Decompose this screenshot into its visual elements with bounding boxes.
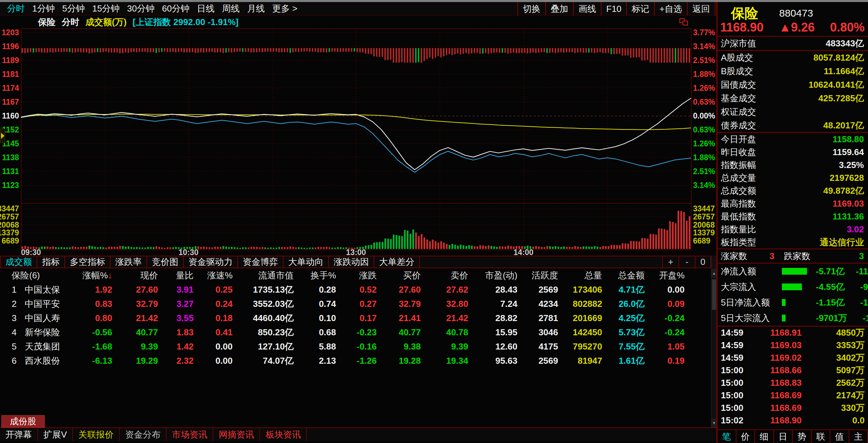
overlay-volume-tick — [396, 48, 397, 63]
panel-tab-势[interactable]: 势 — [793, 430, 812, 443]
column-header-涨速%[interactable]: 涨速% — [198, 270, 237, 281]
column-header-总金额[interactable]: 总金额 — [607, 270, 649, 281]
column-header-活跃度[interactable]: 活跃度 — [522, 270, 563, 281]
column-header-量比[interactable]: 量比 — [163, 270, 198, 281]
toolbar-button-+自选[interactable]: +自选 — [654, 2, 687, 16]
overlay-volume-tick — [586, 48, 587, 53]
toolbar-button-切换[interactable]: 切换 — [517, 2, 545, 16]
table-scrollbar[interactable]: ▲ ▼ — [711, 256, 716, 427]
chart-indicator-label[interactable]: 成交额(万) — [85, 16, 126, 28]
pct-axis-label: 3.14% — [693, 42, 715, 51]
column-header-涨幅%[interactable]: 涨幅%↓ — [75, 270, 117, 281]
toolbar-button-画线[interactable]: 画线 — [573, 2, 601, 16]
overlay-volume-tick — [66, 48, 67, 52]
turnover-label: 权证成交 — [721, 106, 756, 118]
chart-zoom-button-+[interactable]: + — [662, 256, 678, 268]
bottom-bar-item-开弹幕[interactable]: 开弹幕 — [0, 428, 38, 441]
intraday-chart[interactable]: 12033.77%11963.14%11892.51%11811.88%1174… — [0, 16, 716, 256]
table-cell: 74.07亿 — [237, 355, 298, 367]
table-row[interactable]: 6西水股份-6.1319.292.320.0074.07亿2.13-1.2619… — [0, 354, 711, 368]
toolbar-button-F10[interactable]: F10 — [601, 2, 626, 16]
indicator-tab-多空指标[interactable]: 多空指标 — [65, 256, 111, 268]
indicator-tab-成交额[interactable]: 成交额 — [0, 256, 37, 268]
table-row[interactable]: 3中国人寿0.8021.423.550.184460.40亿0.100.1721… — [0, 311, 711, 325]
scroll-up-icon[interactable]: ▲ — [711, 269, 717, 278]
sidebar-expand-handle[interactable] — [0, 129, 5, 143]
indicator-tab-大单动向[interactable]: 大单动向 — [283, 256, 329, 268]
bottom-bar-item-市场资讯[interactable]: 市场资讯 — [166, 428, 213, 441]
volume-bar — [329, 247, 330, 249]
bottom-bar-item-板块资讯[interactable]: 板块资讯 — [260, 428, 307, 441]
chart-zoom-button-0[interactable]: 0 — [695, 256, 711, 268]
panel-tab-联[interactable]: 联 — [812, 430, 831, 443]
table-row[interactable]: 1中国太保1.9227.603.910.251735.13亿0.280.5227… — [0, 282, 711, 297]
bottom-bar-item-关联报价[interactable]: 关联报价 — [73, 428, 120, 441]
overlay-volume-tick — [426, 48, 428, 59]
period-tab-月线[interactable]: 月线 — [243, 3, 269, 15]
indicator-tab-竞价图[interactable]: 竞价图 — [147, 256, 184, 268]
bottom-bar-item-网摘资讯[interactable]: 网摘资讯 — [213, 428, 260, 441]
toolbar-button-返回[interactable]: 返回 — [687, 2, 715, 16]
stock-name-cell[interactable]: 中国人寿 — [19, 312, 75, 324]
period-tab-30分钟[interactable]: 30分钟 — [123, 3, 158, 15]
column-header-买价[interactable]: 买价 — [381, 270, 426, 281]
volume-bar — [571, 247, 573, 249]
overlay-volume-tick — [351, 48, 352, 51]
column-header-市盈(动)[interactable]: 市盈(动) — [473, 270, 522, 281]
column-header-总量[interactable]: 总量 — [563, 270, 607, 281]
overlay-volume-tick — [421, 48, 422, 63]
tick-list[interactable]: 14:591168.914850万14:591169.033353万14:591… — [717, 326, 868, 429]
panel-tab-笔[interactable]: 笔 — [717, 430, 736, 443]
panel-tab-日[interactable]: 日 — [774, 430, 793, 443]
panel-tab-细[interactable]: 细 — [755, 430, 774, 443]
tick-volume: 2174万 — [814, 389, 865, 401]
column-header-涨跌[interactable]: 涨跌 — [341, 270, 381, 281]
toolbar-button-标记[interactable]: 标记 — [626, 2, 654, 16]
stock-name-cell[interactable]: 中国平安 — [19, 298, 75, 310]
volume-bar — [454, 245, 456, 249]
period-tab-日线[interactable]: 日线 — [193, 3, 218, 15]
column-header-流通市值[interactable]: 流通市值 — [237, 270, 298, 281]
stock-name-cell[interactable]: 新华保险 — [19, 326, 75, 338]
table-row[interactable]: 5天茂集团-1.689.391.420.00127.10亿5.88-0.169.… — [0, 339, 711, 354]
indicator-tab-涨跌率[interactable]: 涨跌率 — [111, 256, 147, 268]
period-tab-更多 >[interactable]: 更多 > — [269, 3, 301, 15]
panel-tab-值[interactable]: 值 — [830, 430, 849, 443]
indicator-tab-指标[interactable]: 指标 — [37, 256, 65, 268]
table-cell: 9.39 — [117, 341, 163, 352]
stock-name-cell[interactable]: 天茂集团 — [19, 341, 75, 353]
period-tab-5分钟[interactable]: 5分钟 — [58, 3, 88, 15]
indicator-tab-资金博弈[interactable]: 资金博弈 — [238, 256, 283, 268]
table-row[interactable]: 4新华保险-0.5640.771.830.41850.23亿0.68-0.234… — [0, 325, 711, 339]
panel-tab-价[interactable]: 价 — [736, 430, 755, 443]
column-header-开盘%[interactable]: 开盘% — [649, 270, 689, 281]
period-tab-分时[interactable]: 分时 — [3, 3, 28, 15]
column-header-卖价[interactable]: 卖价 — [426, 270, 473, 281]
column-header-现价[interactable]: 现价 — [117, 270, 163, 281]
period-tab-60分钟[interactable]: 60分钟 — [158, 3, 193, 15]
period-tab-1分钟[interactable]: 1分钟 — [28, 3, 58, 15]
scroll-down-icon[interactable]: ▼ — [711, 419, 717, 427]
stock-name-cell[interactable]: 中国太保 — [19, 284, 75, 296]
bottom-bar-item-扩展V[interactable]: 扩展V — [38, 428, 73, 441]
constituents-tab[interactable]: 成份股 — [1, 415, 45, 427]
stock-name-cell[interactable]: 西水股份 — [19, 355, 75, 367]
bottom-bar-item-资金分布[interactable]: 资金分布 — [120, 428, 166, 441]
indicator-tab-涨跌动因[interactable]: 涨跌动因 — [329, 256, 374, 268]
toolbar-button-叠加[interactable]: 叠加 — [545, 2, 573, 16]
intraday-chart-region[interactable]: 12033.77%11963.14%11892.51%11811.88%1174… — [0, 16, 716, 256]
overlay-volume-tick — [295, 48, 296, 52]
indicator-tab-资金驱动力[interactable]: 资金驱动力 — [184, 256, 238, 268]
indicator-tab-大单差分[interactable]: 大单差分 — [374, 256, 420, 268]
tick-row: 15:001168.832562万 — [717, 377, 868, 389]
overlay-volume-tick — [630, 48, 631, 58]
table-row[interactable]: 2中国平安0.8332.793.270.243552.03亿0.740.2732… — [0, 297, 711, 311]
chart-zoom-button--[interactable]: - — [678, 256, 695, 268]
panel-tab-主[interactable]: 主 — [849, 430, 868, 443]
period-tab-15分钟[interactable]: 15分钟 — [88, 3, 123, 15]
period-tab-周线[interactable]: 周线 — [218, 3, 243, 15]
volume-bar — [156, 246, 157, 249]
restore-window-icon[interactable] — [679, 18, 689, 26]
column-header-换手%[interactable]: 换手% — [298, 270, 341, 281]
scroll-thumb[interactable] — [712, 279, 716, 310]
